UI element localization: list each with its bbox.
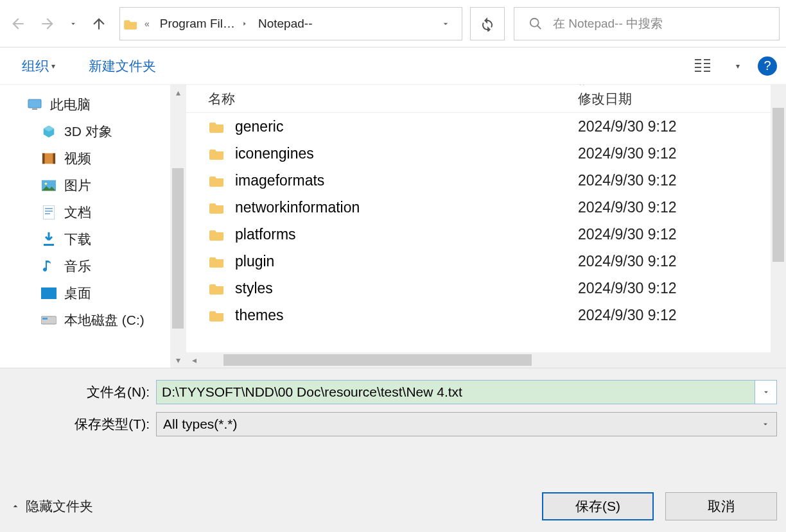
scroll-thumb[interactable] xyxy=(223,354,532,366)
filetype-label: 保存类型(T): xyxy=(0,415,156,433)
hide-folders-toggle[interactable]: 隐藏文件夹 xyxy=(10,497,93,515)
filetype-select[interactable]: All types(*.*) xyxy=(156,412,777,436)
vertical-scrollbar[interactable] xyxy=(771,85,786,368)
breadcrumb[interactable]: « Program Fil… Notepad-- xyxy=(119,7,462,40)
column-headers: 名称 修改日期 ⌃ xyxy=(186,85,786,113)
file-name: plugin xyxy=(235,253,274,270)
file-row[interactable]: plugin2024/9/30 9:12 xyxy=(186,248,786,275)
svg-rect-20 xyxy=(44,244,54,246)
folder-icon xyxy=(208,173,226,187)
search-icon xyxy=(528,17,543,31)
svg-rect-13 xyxy=(53,153,55,164)
file-date: 2024/9/30 9:12 xyxy=(565,199,786,216)
file-row[interactable]: styles2024/9/30 9:12 xyxy=(186,275,786,302)
scroll-thumb[interactable] xyxy=(172,168,184,329)
chevron-right-icon[interactable] xyxy=(241,21,248,27)
file-date: 2024/9/30 9:12 xyxy=(565,307,786,324)
horizontal-scrollbar[interactable]: ◂ ▸ xyxy=(186,352,786,368)
main: 此电脑 3D 对象 视频 图片 文档 下载 音乐 桌面 xyxy=(0,85,786,368)
sidebar-item-downloads[interactable]: 下载 xyxy=(0,226,186,253)
nav-up-button[interactable] xyxy=(86,11,112,37)
nav-forward-button[interactable] xyxy=(35,11,60,37)
file-row[interactable]: platforms2024/9/30 9:12 xyxy=(186,221,786,248)
nav-bar: « Program Fil… Notepad-- 在 Notepad-- 中搜索 xyxy=(0,0,786,47)
column-date[interactable]: 修改日期 xyxy=(565,90,786,108)
scroll-up-icon[interactable]: ▴ xyxy=(170,85,186,100)
scroll-left-icon[interactable]: ◂ xyxy=(186,355,202,365)
chevron-down-icon xyxy=(761,420,770,429)
sidebar-item-disk-c[interactable]: 本地磁盘 (C:) xyxy=(0,307,186,334)
breadcrumb-separator: « xyxy=(144,19,150,29)
file-name: styles xyxy=(235,280,273,297)
file-name: networkinformation xyxy=(235,199,360,216)
desktop-icon xyxy=(40,286,58,301)
column-name[interactable]: 名称 xyxy=(186,90,565,108)
drive-icon xyxy=(40,313,58,328)
sidebar-item-documents[interactable]: 文档 xyxy=(0,199,186,226)
folder-icon xyxy=(208,227,226,241)
breadcrumb-segment[interactable]: Notepad-- xyxy=(254,8,317,40)
help-button[interactable]: ? xyxy=(758,56,777,76)
file-row[interactable]: networkinformation2024/9/30 9:12 xyxy=(186,194,786,221)
folder-icon xyxy=(208,308,226,322)
save-button[interactable]: 保存(S) xyxy=(542,492,654,520)
view-options-button[interactable] xyxy=(692,53,718,79)
svg-rect-19 xyxy=(45,213,50,214)
sidebar-item-videos[interactable]: 视频 xyxy=(0,145,186,172)
scroll-thumb[interactable] xyxy=(773,108,784,262)
nav-history-dropdown[interactable] xyxy=(64,11,82,37)
refresh-button[interactable] xyxy=(470,7,505,40)
video-icon xyxy=(40,151,58,166)
file-row[interactable]: iconengines2024/9/30 9:12 xyxy=(186,140,786,167)
download-icon xyxy=(40,232,58,247)
chevron-down-icon[interactable]: ▾ xyxy=(736,62,740,71)
organize-button[interactable]: 组织 ▾ xyxy=(22,57,55,75)
svg-point-15 xyxy=(45,182,48,185)
sidebar-scrollbar[interactable]: ▴ ▾ xyxy=(170,85,186,368)
svg-rect-22 xyxy=(41,316,57,324)
svg-rect-10 xyxy=(32,108,37,110)
file-date: 2024/9/30 9:12 xyxy=(565,118,786,135)
sidebar-item-desktop[interactable]: 桌面 xyxy=(0,280,186,307)
filename-dropdown[interactable] xyxy=(755,380,777,404)
document-icon xyxy=(40,205,58,220)
search-input[interactable]: 在 Notepad-- 中搜索 xyxy=(514,7,780,40)
sidebar-item-pictures[interactable]: 图片 xyxy=(0,172,186,199)
music-icon xyxy=(40,259,58,274)
svg-rect-2 xyxy=(695,63,701,64)
folder-icon xyxy=(208,119,226,133)
file-row[interactable]: generic2024/9/30 9:12 xyxy=(186,113,786,140)
folder-icon xyxy=(208,200,226,214)
filename-input[interactable] xyxy=(156,380,755,404)
filename-label: 文件名(N): xyxy=(0,383,156,401)
nav-back-button[interactable] xyxy=(5,11,31,37)
breadcrumb-segment[interactable]: Program Fil… xyxy=(156,8,239,40)
scroll-down-icon[interactable]: ▾ xyxy=(170,352,186,368)
svg-rect-17 xyxy=(45,208,53,209)
file-row[interactable]: imageformats2024/9/30 9:12 xyxy=(186,167,786,194)
svg-rect-18 xyxy=(45,210,53,212)
file-date: 2024/9/30 9:12 xyxy=(565,253,786,270)
sidebar-item-3d-objects[interactable]: 3D 对象 xyxy=(0,118,186,145)
file-row[interactable]: themes2024/9/30 9:12 xyxy=(186,302,786,329)
new-folder-button[interactable]: 新建文件夹 xyxy=(89,57,156,75)
folder-icon xyxy=(120,18,142,30)
svg-rect-7 xyxy=(704,67,710,68)
svg-rect-16 xyxy=(43,205,55,219)
svg-point-0 xyxy=(530,18,539,26)
cancel-button[interactable]: 取消 xyxy=(665,492,777,520)
chevron-down-icon: ▾ xyxy=(51,62,55,71)
toolbar: 组织 ▾ 新建文件夹 ▾ ? xyxy=(0,47,786,85)
chevron-up-icon xyxy=(10,501,21,511)
sidebar-item-this-pc[interactable]: 此电脑 xyxy=(0,91,186,118)
svg-rect-23 xyxy=(42,318,48,320)
svg-rect-21 xyxy=(41,287,57,299)
breadcrumb-dropdown[interactable] xyxy=(430,8,462,40)
sidebar: 此电脑 3D 对象 视频 图片 文档 下载 音乐 桌面 xyxy=(0,85,186,368)
folder-icon xyxy=(208,146,226,160)
svg-rect-4 xyxy=(695,71,701,72)
svg-rect-1 xyxy=(695,59,701,60)
file-date: 2024/9/30 9:12 xyxy=(565,226,786,243)
sort-indicator-icon: ⌃ xyxy=(578,85,586,92)
sidebar-item-music[interactable]: 音乐 xyxy=(0,253,186,280)
